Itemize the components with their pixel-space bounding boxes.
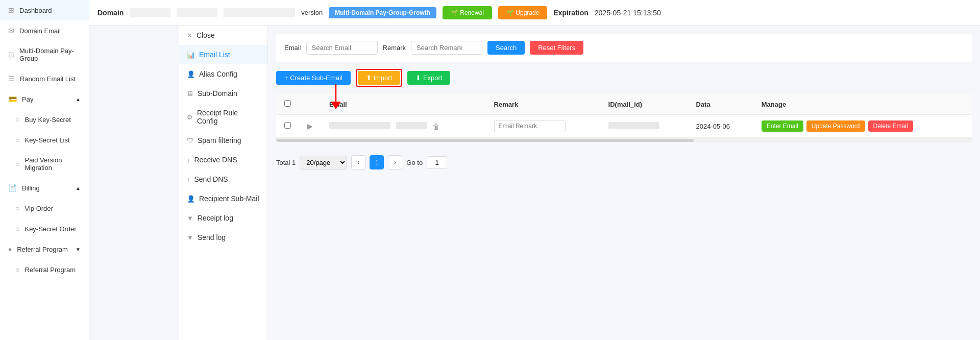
horizontal-scrollbar[interactable] xyxy=(276,138,972,142)
main-container: ✕ Close 📊 Email List 👤 Alias Config 🖥 Su… xyxy=(179,26,980,340)
user2-icon: 👤 xyxy=(187,195,195,203)
circle-icon: ○ xyxy=(15,160,19,168)
sidebar-item-label: Paid Version Migration xyxy=(24,156,81,172)
goto-input[interactable] xyxy=(427,156,447,169)
circle-icon: ○ xyxy=(15,225,19,233)
sidebar-item-key-secret-list[interactable]: ○ Key-Secret List xyxy=(0,130,89,150)
close-icon: ✕ xyxy=(187,32,192,39)
remark-input[interactable] xyxy=(494,120,566,132)
manage-header: Manage xyxy=(753,94,972,115)
multi-domain-icon: ⊡ xyxy=(8,51,14,59)
chevron-down-icon: ▼ xyxy=(187,234,193,241)
sub-nav-receive-dns[interactable]: ↓ Receive DNS xyxy=(179,150,267,169)
row-email-cell: 🗑 xyxy=(321,115,486,138)
expand-icon[interactable]: ▶ xyxy=(307,122,313,130)
import-button[interactable]: ⬆ Import xyxy=(358,71,400,85)
circle-icon: ○ xyxy=(15,265,19,274)
sub-nav-send-dns-label: Send DNS xyxy=(194,175,228,183)
mail-id-header: ID(mail_id) xyxy=(600,94,688,115)
sidebar-item-label: Domain Email xyxy=(19,27,61,35)
sidebar-item-pay[interactable]: 💳 Pay ▲ xyxy=(0,89,89,109)
sub-nav-sub-domain-label: Sub-Domain xyxy=(198,89,237,98)
sub-nav-email-list[interactable]: 📊 Email List xyxy=(179,45,267,64)
expiration-value: 2025-05-21 15:13:50 xyxy=(595,9,661,17)
email-redacted xyxy=(329,122,390,129)
sub-nav-close-label: Close xyxy=(197,31,215,39)
sub-nav-recipient-sub-mail[interactable]: 👤 Recipient Sub-Mail xyxy=(179,189,267,208)
row-manage-cell: Enter Email Update Password Delete Email xyxy=(753,115,972,138)
sub-nav-spam-filtering-label: Spam filtering xyxy=(198,136,241,144)
email-search-input[interactable] xyxy=(306,41,378,55)
referral-icon: ♦ xyxy=(8,245,12,253)
row-checkbox[interactable] xyxy=(284,122,291,129)
sub-nav-close[interactable]: ✕ Close xyxy=(179,26,267,45)
update-password-button[interactable]: Update Password xyxy=(806,120,865,132)
upgrade-button[interactable]: 🌱 Upgrade xyxy=(498,6,547,19)
sidebar-item-referral-program2[interactable]: ○ Referral Program xyxy=(0,259,89,280)
row-checkbox-cell xyxy=(276,115,299,138)
next-page-button[interactable]: › xyxy=(388,155,402,169)
up-arrow-icon: ↑ xyxy=(187,176,190,183)
user-icon: 👤 xyxy=(187,70,195,78)
sidebar-item-label: Pay xyxy=(22,95,33,103)
checkbox-header xyxy=(276,94,299,115)
sidebar: ⊞ Dashboard ✉ Domain Email ⊡ Multi-Domai… xyxy=(0,0,89,340)
manage-buttons: Enter Email Update Password Delete Email xyxy=(762,120,964,132)
sidebar-item-label: Dashboard xyxy=(19,7,52,14)
sidebar-item-paid-version[interactable]: ○ Paid Version Migration xyxy=(0,150,89,178)
sub-nav-sub-domain[interactable]: 🖥 Sub-Domain xyxy=(179,84,267,103)
sub-nav-send-log[interactable]: ▼ Send log xyxy=(179,228,267,247)
email-filter-label: Email xyxy=(284,44,301,52)
circle-icon: ○ xyxy=(15,115,19,124)
row-expand-cell[interactable]: ▶ xyxy=(299,115,321,138)
circle-icon: ○ xyxy=(15,204,19,212)
version-badge: Multi-Domain Pay-Group-Growth xyxy=(329,7,436,18)
down-arrow-icon: ↓ xyxy=(187,156,190,164)
delete-icon[interactable]: 🗑 xyxy=(432,123,439,131)
page-size-select[interactable]: 20/page 50/page 100/page xyxy=(300,156,347,169)
sidebar-item-key-secret-order[interactable]: ○ Key-Secret Order xyxy=(0,218,89,239)
prev-page-button[interactable]: ‹ xyxy=(351,155,365,169)
create-sub-email-button[interactable]: + Create Sub-Email xyxy=(276,71,351,85)
version-label: version xyxy=(301,9,323,16)
sidebar-item-label: Vip Order xyxy=(24,205,53,212)
sidebar-item-dashboard[interactable]: ⊞ Dashboard xyxy=(0,0,89,20)
enter-email-button[interactable]: Enter Email xyxy=(762,120,803,132)
remark-header: Remark xyxy=(486,94,600,115)
sub-nav-spam-filtering[interactable]: 🛡 Spam filtering xyxy=(179,131,267,150)
sidebar-item-vip-order[interactable]: ○ Vip Order xyxy=(0,198,89,218)
sidebar-item-multi-domain[interactable]: ⊡ Multi-Domain Pay-Group xyxy=(0,41,89,68)
circle-icon: ○ xyxy=(15,136,19,144)
reset-filters-button[interactable]: Reset Filters xyxy=(530,41,583,55)
email-icon: ✉ xyxy=(8,27,14,35)
remark-search-input[interactable] xyxy=(411,41,482,55)
shield-icon: 🛡 xyxy=(187,137,193,144)
page-1-button[interactable]: 1 xyxy=(370,155,384,169)
delete-email-button[interactable]: Delete Email xyxy=(868,120,913,132)
select-all-checkbox[interactable] xyxy=(284,100,291,107)
sidebar-item-buy-key-secret[interactable]: ○ Buy Key-Secret xyxy=(0,109,89,130)
sub-nav-receipt-log[interactable]: ▼ Receipt log xyxy=(179,208,267,228)
total-label: Total 1 xyxy=(276,159,296,166)
chart-icon: 📊 xyxy=(187,51,195,59)
goto-label: Go to xyxy=(406,159,423,166)
sidebar-item-label: Referral Program xyxy=(17,246,68,253)
sidebar-item-label: Random Email List xyxy=(20,75,76,83)
content-area: Email Remark Search Reset Filters + Crea… xyxy=(268,26,980,340)
export-button[interactable]: ⬇ Export xyxy=(407,71,450,85)
sub-nav-alias-config[interactable]: 👤 Alias Config xyxy=(179,64,267,84)
email-table: Email Remark ID(mail_id) Data Manage ▶ xyxy=(276,94,972,142)
sidebar-item-billing[interactable]: 📄 Billing ▲ xyxy=(0,178,89,198)
sidebar-item-referral-program[interactable]: ♦ Referral Program ▼ xyxy=(0,239,89,259)
sub-nav-receipt-rule[interactable]: ⚙ Receipt Rule Config xyxy=(179,103,267,131)
email-header: Email xyxy=(321,94,486,115)
sidebar-item-domain-email[interactable]: ✉ Domain Email xyxy=(0,20,89,41)
data-header: Data xyxy=(688,94,753,115)
sub-nav: ✕ Close 📊 Email List 👤 Alias Config 🖥 Su… xyxy=(179,26,268,340)
sub-nav-send-dns[interactable]: ↑ Send DNS xyxy=(179,169,267,189)
renewal-button[interactable]: 🌱 Renewal xyxy=(443,6,492,19)
sidebar-item-random-email[interactable]: ☰ Random Email List xyxy=(0,68,89,89)
search-button[interactable]: Search xyxy=(487,41,525,55)
sidebar-item-label: Buy Key-Secret xyxy=(24,116,70,124)
arrow-indicator xyxy=(328,84,344,111)
